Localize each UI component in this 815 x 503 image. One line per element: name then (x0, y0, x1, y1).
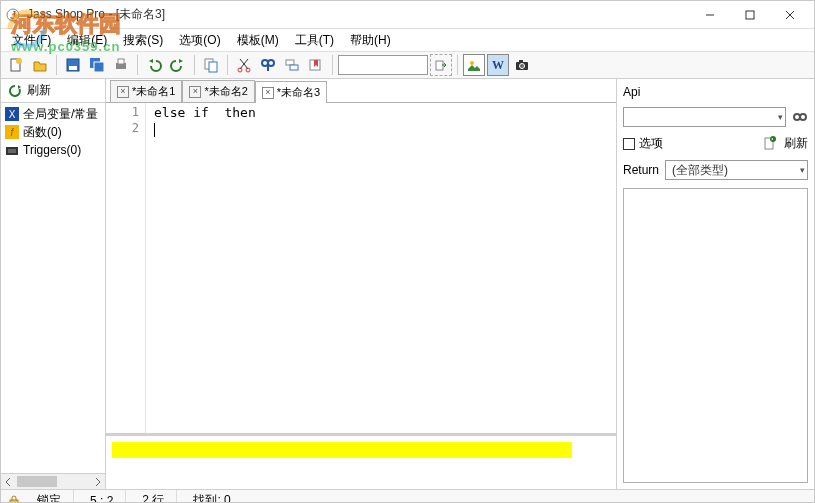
menu-search[interactable]: 搜索(S) (116, 30, 170, 51)
api-title: Api (623, 85, 808, 99)
toolbar-search-input[interactable] (338, 55, 428, 75)
svg-rect-39 (8, 149, 16, 153)
tree-label: 函数(0) (23, 124, 62, 141)
save-all-icon[interactable] (86, 54, 108, 76)
function-icon: f (5, 125, 19, 139)
tab-2[interactable]: ×*未命名2 (182, 80, 254, 102)
image-tool-icon[interactable] (463, 54, 485, 76)
svg-rect-17 (209, 62, 217, 72)
tab-3[interactable]: ×*未命名3 (255, 81, 327, 103)
new-file-icon[interactable] (5, 54, 27, 76)
options-checkbox[interactable]: 选项 (623, 135, 663, 152)
svg-rect-11 (69, 66, 77, 70)
code-editor[interactable]: 1 2 else if then (106, 103, 616, 434)
find-icon[interactable] (257, 54, 279, 76)
tab-label: *未命名1 (132, 84, 175, 99)
line-number: 2 (106, 121, 139, 137)
replace-icon[interactable] (281, 54, 303, 76)
left-panel-header: 刷新 (1, 79, 105, 103)
api-results-list[interactable] (623, 188, 808, 483)
separator (457, 55, 458, 75)
message-panel (106, 434, 616, 489)
tree-label: Triggers(0) (23, 143, 81, 157)
svg-rect-15 (118, 59, 124, 64)
maximize-button[interactable] (730, 2, 770, 28)
editor-area: ×*未命名1 ×*未命名2 ×*未命名3 1 2 else if then (106, 79, 616, 489)
bookmark-icon[interactable] (305, 54, 327, 76)
api-panel: Api ▾ 选项 刷新 Return (全部类型)▾ (616, 79, 814, 489)
line-number: 1 (106, 105, 139, 121)
tab-1[interactable]: ×*未命名1 (110, 80, 182, 102)
lock-icon (7, 494, 21, 504)
refresh-icon[interactable] (7, 83, 23, 99)
separator (137, 55, 138, 75)
checkbox-label: 选项 (639, 135, 663, 152)
menu-template[interactable]: 模板(M) (230, 30, 286, 51)
status-position: 5 : 2 (78, 490, 126, 503)
goto-icon[interactable] (430, 54, 452, 76)
svg-point-32 (520, 64, 525, 69)
refresh-label: 刷新 (784, 135, 808, 152)
api-refresh-button[interactable]: 刷新 (762, 135, 808, 152)
code-line: else if then (154, 105, 256, 120)
binoculars-icon[interactable] (792, 109, 808, 125)
svg-point-9 (16, 58, 22, 64)
redo-icon[interactable] (167, 54, 189, 76)
w-tool-icon[interactable]: W (487, 54, 509, 76)
left-scrollbar[interactable] (1, 473, 105, 489)
menu-edit[interactable]: 编辑(E) (60, 30, 114, 51)
svg-rect-5 (746, 11, 754, 19)
svg-rect-28 (436, 61, 443, 70)
text-caret (154, 123, 155, 137)
scrollbar-thumb[interactable] (17, 476, 57, 487)
workspace: 刷新 X 全局变量/常量 f 函数(0) Triggers(0) ×* (1, 79, 814, 489)
save-icon[interactable] (62, 54, 84, 76)
tab-label: *未命名3 (277, 85, 320, 100)
close-icon[interactable]: × (262, 87, 274, 99)
status-found: 找到: 0 (181, 490, 242, 503)
return-label: Return (623, 163, 659, 177)
app-icon: J (5, 7, 21, 23)
menubar: 文件(F) 编辑(E) 搜索(S) 选项(O) 模板(M) 工具(T) 帮助(H… (1, 29, 814, 51)
status-lines: 2 行 (130, 490, 177, 503)
menu-help[interactable]: 帮助(H) (343, 30, 398, 51)
api-search-combo[interactable]: ▾ (623, 107, 786, 127)
titlebar: J Jass Shop Pro - [未命名3] (1, 1, 814, 29)
separator (227, 55, 228, 75)
open-folder-icon[interactable] (29, 54, 51, 76)
code-text[interactable]: else if then (146, 103, 616, 433)
close-icon[interactable]: × (117, 86, 129, 98)
tree-view[interactable]: X 全局变量/常量 f 函数(0) Triggers(0) (1, 103, 105, 473)
combo-value: (全部类型) (668, 162, 800, 179)
return-type-combo[interactable]: (全部类型)▾ (665, 160, 808, 180)
highlight-bar (112, 442, 572, 458)
cut-icon[interactable] (233, 54, 255, 76)
status-bar: 锁定 5 : 2 2 行 找到: 0 (1, 489, 814, 503)
copy-icon[interactable] (200, 54, 222, 76)
svg-rect-26 (290, 65, 298, 70)
svg-point-30 (470, 61, 474, 65)
menu-options[interactable]: 选项(O) (172, 30, 227, 51)
close-button[interactable] (770, 2, 810, 28)
tree-node-triggers[interactable]: Triggers(0) (1, 141, 105, 159)
tree-node-functions[interactable]: f 函数(0) (1, 123, 105, 141)
undo-icon[interactable] (143, 54, 165, 76)
menu-file[interactable]: 文件(F) (5, 30, 58, 51)
tree-node-globals[interactable]: X 全局变量/常量 (1, 105, 105, 123)
svg-rect-25 (286, 60, 294, 65)
refresh-icon (762, 136, 778, 152)
svg-rect-44 (10, 500, 18, 504)
tab-label: *未命名2 (204, 84, 247, 99)
print-icon[interactable] (110, 54, 132, 76)
close-icon[interactable]: × (189, 86, 201, 98)
minimize-button[interactable] (690, 2, 730, 28)
svg-rect-13 (94, 62, 104, 72)
menu-tools[interactable]: 工具(T) (288, 30, 341, 51)
chevron-down-icon: ▾ (800, 165, 805, 175)
status-lock: 锁定 (25, 490, 74, 503)
camera-icon[interactable] (511, 54, 533, 76)
window-title: Jass Shop Pro - [未命名3] (27, 6, 690, 23)
toolbar: W (1, 51, 814, 79)
checkbox-box (623, 138, 635, 150)
svg-rect-33 (519, 60, 523, 63)
